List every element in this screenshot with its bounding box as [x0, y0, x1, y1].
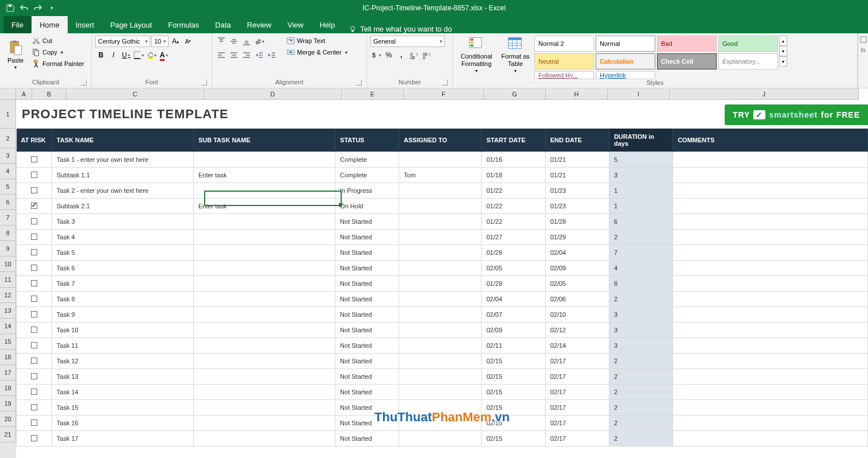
at-risk-checkbox[interactable]: [31, 234, 37, 240]
subtask-cell[interactable]: [193, 385, 335, 400]
align-center-button[interactable]: [228, 49, 240, 61]
column-header-C[interactable]: C: [67, 88, 204, 99]
start-date-cell[interactable]: 01/22: [482, 199, 545, 214]
column-header-A[interactable]: A: [16, 88, 32, 99]
status-cell[interactable]: Not Started: [335, 338, 399, 354]
style-normal[interactable]: Normal: [596, 36, 655, 52]
task-name-cell[interactable]: Task 16: [52, 416, 193, 431]
subtask-cell[interactable]: [193, 323, 335, 338]
start-date-cell[interactable]: 02/15: [482, 416, 545, 431]
task-name-cell[interactable]: Subtask 2.1: [52, 199, 193, 214]
assigned-cell[interactable]: [399, 261, 482, 276]
row-header-5[interactable]: 5: [0, 179, 16, 195]
row-header-14[interactable]: 14: [0, 319, 16, 334]
duration-cell[interactable]: 2: [609, 292, 672, 307]
column-header-E[interactable]: E: [342, 88, 404, 99]
subtask-cell[interactable]: [193, 369, 335, 385]
cell[interactable]: [17, 338, 52, 354]
end-date-cell[interactable]: 02/17: [545, 431, 609, 447]
column-header-B[interactable]: B: [32, 88, 67, 99]
assigned-cell[interactable]: [399, 431, 482, 447]
end-date-cell[interactable]: 01/21: [545, 152, 609, 168]
comments-cell[interactable]: [673, 385, 868, 400]
bold-button[interactable]: B: [95, 49, 107, 61]
status-cell[interactable]: Not Started: [335, 245, 399, 261]
alignment-launcher[interactable]: [356, 80, 362, 86]
at-risk-checkbox[interactable]: [31, 389, 37, 395]
subtask-cell[interactable]: [193, 431, 335, 447]
try-smartsheet-banner[interactable]: TRY ✓ smartsheet for FREE: [725, 104, 868, 125]
cell[interactable]: [17, 292, 52, 307]
borders-button[interactable]: [133, 49, 144, 61]
task-name-cell[interactable]: Task 7: [52, 276, 193, 292]
start-date-cell[interactable]: 01/22: [482, 214, 545, 230]
align-bottom-button[interactable]: [241, 36, 252, 47]
cell[interactable]: [17, 431, 52, 447]
status-cell[interactable]: Not Started: [335, 369, 399, 385]
row-header-10[interactable]: 10: [0, 257, 16, 272]
duration-cell[interactable]: 2: [609, 431, 672, 447]
column-header-J[interactable]: J: [670, 88, 859, 99]
task-name-cell[interactable]: Subtask 1.1: [52, 168, 193, 183]
at-risk-checkbox[interactable]: [31, 404, 37, 410]
percent-button[interactable]: %: [383, 49, 394, 61]
at-risk-checkbox[interactable]: [31, 172, 37, 178]
increase-font-button[interactable]: A▴: [170, 36, 181, 47]
align-middle-button[interactable]: [228, 36, 240, 47]
at-risk-checkbox[interactable]: [31, 265, 37, 271]
merge-center-button[interactable]: Merge & Center▾: [284, 47, 350, 57]
subtask-cell[interactable]: [193, 416, 335, 431]
style-check-cell[interactable]: Check Cell: [657, 53, 717, 69]
duration-cell[interactable]: 2: [609, 400, 672, 416]
gallery-down-button[interactable]: ▾: [779, 46, 787, 56]
column-header-D[interactable]: D: [204, 88, 342, 99]
duration-cell[interactable]: 3: [609, 338, 672, 354]
row-header-20[interactable]: 20: [0, 412, 16, 427]
style-bad[interactable]: Bad: [657, 36, 717, 52]
tab-view[interactable]: View: [279, 16, 311, 33]
cut-button[interactable]: Cut: [30, 36, 87, 46]
end-date-cell[interactable]: 01/23: [545, 199, 609, 214]
end-date-cell[interactable]: 02/14: [545, 338, 609, 354]
at-risk-checkbox[interactable]: [31, 156, 37, 162]
underline-button[interactable]: U: [120, 49, 132, 61]
clipboard-launcher[interactable]: [81, 80, 87, 86]
duration-cell[interactable]: 8: [609, 276, 672, 292]
column-header-I[interactable]: I: [608, 88, 670, 99]
row-header-9[interactable]: 9: [0, 241, 16, 257]
comments-cell[interactable]: [673, 400, 868, 416]
cell[interactable]: [17, 354, 52, 369]
subtask-cell[interactable]: [193, 276, 335, 292]
start-date-cell[interactable]: 01/22: [482, 183, 545, 199]
status-cell[interactable]: Not Started: [335, 307, 399, 323]
cell[interactable]: [17, 307, 52, 323]
task-name-cell[interactable]: Task 4: [52, 230, 193, 245]
comments-cell[interactable]: [673, 354, 868, 369]
start-date-cell[interactable]: 02/15: [482, 400, 545, 416]
assigned-cell[interactable]: [399, 400, 482, 416]
start-date-cell[interactable]: 02/04: [482, 292, 545, 307]
orientation-button[interactable]: ab: [253, 36, 265, 47]
end-date-cell[interactable]: 02/04: [545, 245, 609, 261]
status-cell[interactable]: Not Started: [335, 431, 399, 447]
task-name-cell[interactable]: Task 2 - enter your own text here: [52, 183, 193, 199]
duration-cell[interactable]: 2: [609, 416, 672, 431]
font-color-button[interactable]: A: [158, 49, 170, 61]
row-header-16[interactable]: 16: [0, 350, 16, 365]
duration-cell[interactable]: 1: [609, 199, 672, 214]
row-header-1[interactable]: 1: [0, 100, 16, 129]
tab-help[interactable]: Help: [311, 16, 343, 33]
task-name-cell[interactable]: Task 14: [52, 385, 193, 400]
end-date-cell[interactable]: 01/21: [545, 168, 609, 183]
subtask-cell[interactable]: Enter task: [193, 168, 335, 183]
assigned-cell[interactable]: [399, 369, 482, 385]
duration-cell[interactable]: 7: [609, 245, 672, 261]
duration-cell[interactable]: 3: [609, 307, 672, 323]
qat-customize-icon[interactable]: ▾: [47, 3, 56, 13]
duration-cell[interactable]: 3: [609, 168, 672, 183]
tab-home[interactable]: Home: [32, 16, 68, 33]
increase-indent-button[interactable]: [266, 49, 277, 61]
style-good[interactable]: Good: [718, 36, 778, 52]
start-date-cell[interactable]: 02/05: [482, 261, 545, 276]
number-launcher[interactable]: [442, 80, 448, 86]
